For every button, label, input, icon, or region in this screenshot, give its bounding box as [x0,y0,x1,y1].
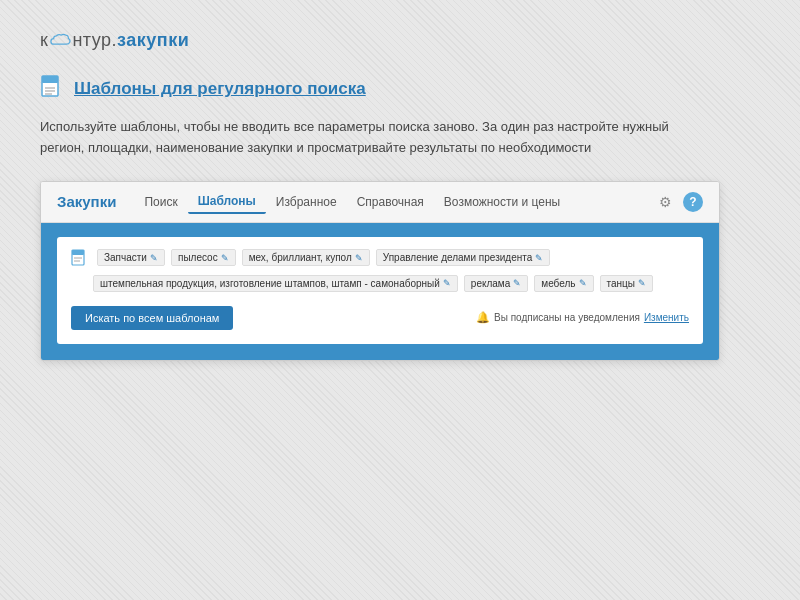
nav-item-reference[interactable]: Справочная [347,191,434,213]
svg-rect-1 [42,76,58,83]
logo-text: к нтур.закупки [40,30,189,51]
app-content-area: Запчасти ✎ пылесос ✎ мех, бриллиант, куп… [41,223,719,360]
tag-upravlenie[interactable]: Управление делами президента ✎ [376,249,551,266]
bell-icon: 🔔 [476,311,490,324]
tag-pylesos[interactable]: пылесос ✎ [171,249,236,266]
template-list-icon [71,249,89,267]
nav-item-templates[interactable]: Шаблоны [188,190,266,214]
description-text: Используйте шаблоны, чтобы не вводить вс… [40,117,680,159]
template-row-2: штемпельная продукция, изготовление штам… [71,275,689,292]
subscription-text: Вы подписаны на уведомления [494,312,640,323]
tag-mebel[interactable]: мебель ✎ [534,275,593,292]
bottom-row: Искать по всем шаблонам 🔔 Вы подписаны н… [71,300,689,330]
app-nav: Закупки Поиск Шаблоны Избранное Справочн… [41,182,719,223]
nav-item-pricing[interactable]: Возможности и цены [434,191,570,213]
tag-reklama[interactable]: реклама ✎ [464,275,528,292]
app-screenshot: Закупки Поиск Шаблоны Избранное Справочн… [40,181,720,361]
tag-tantsy[interactable]: танцы ✎ [600,275,653,292]
subscription-notice: 🔔 Вы подписаны на уведомления Изменить [476,311,689,324]
app-brand: Закупки [57,193,116,210]
logo-product: закупки [117,30,189,50]
templates-box: Запчасти ✎ пылесос ✎ мех, бриллиант, куп… [57,237,703,344]
change-link[interactable]: Изменить [644,312,689,323]
svg-rect-6 [72,250,84,255]
template-row-1: Запчасти ✎ пылесос ✎ мех, бриллиант, куп… [71,249,689,267]
help-icon[interactable]: ? [683,192,703,212]
cloud-icon [49,33,71,47]
section-header: Шаблоны для регулярного поиска [40,75,760,103]
section-title: Шаблоны для регулярного поиска [74,79,366,99]
search-all-button[interactable]: Искать по всем шаблонам [71,306,233,330]
tag-mex[interactable]: мех, бриллиант, купол ✎ [242,249,370,266]
logo: к нтур.закупки [40,30,760,51]
tag-zapchasti[interactable]: Запчасти ✎ [97,249,165,266]
document-icon [40,75,64,103]
tag-shtempel[interactable]: штемпельная продукция, изготовление штам… [93,275,458,292]
nav-item-favorites[interactable]: Избранное [266,191,347,213]
settings-icon[interactable]: ⚙ [655,192,675,212]
nav-item-search[interactable]: Поиск [134,191,187,213]
